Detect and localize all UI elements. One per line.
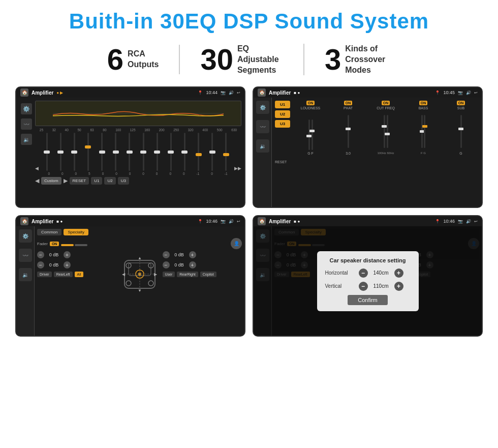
eq-slider-9[interactable] bbox=[151, 133, 163, 171]
eq-slider-2[interactable] bbox=[54, 133, 67, 171]
eq-sidebar-icon2[interactable]: 〰️ bbox=[21, 118, 32, 130]
horizontal-minus-btn[interactable]: − bbox=[359, 268, 368, 278]
eq-slider-6[interactable] bbox=[110, 133, 122, 171]
bass-slider2[interactable] bbox=[424, 115, 425, 148]
sub-values: G bbox=[459, 152, 462, 155]
u3-btn-eq[interactable]: U3 bbox=[118, 177, 129, 185]
stats-row: 6 RCAOutputs 30 EQ AdjustableSegments 3 … bbox=[15, 44, 483, 75]
home-icon-4[interactable]: 🏠 bbox=[258, 217, 266, 225]
dialog-overlay: Car speaker distance setting Horizontal … bbox=[254, 226, 482, 336]
eq-slider-8[interactable] bbox=[137, 133, 149, 171]
eq-slider-4[interactable] bbox=[82, 133, 94, 171]
eq-values: 00050000000-10-1 bbox=[35, 172, 241, 175]
preset-custom-btn[interactable]: Custom bbox=[41, 177, 61, 185]
eq-slider-3[interactable] bbox=[68, 133, 80, 171]
fader-sidebar: ⚙️ 〰️ 🔉 bbox=[16, 226, 35, 336]
copilot-btn[interactable]: Copilot bbox=[200, 272, 216, 277]
fader-sidebar-btn1[interactable]: ⚙️ bbox=[19, 229, 32, 243]
reset-btn-eq[interactable]: RESET bbox=[70, 177, 89, 185]
eq-slider-10[interactable] bbox=[165, 133, 177, 171]
eq-slider-1[interactable] bbox=[41, 133, 53, 171]
all-btn[interactable]: All bbox=[75, 272, 84, 277]
eq-sidebar-icon1[interactable]: ⚙️ bbox=[21, 103, 32, 114]
confirm-button[interactable]: Confirm bbox=[348, 295, 388, 305]
stat-eq: 30 EQ AdjustableSegments bbox=[180, 44, 304, 75]
channel-loudness: ON LOUDNESS G F bbox=[293, 101, 328, 204]
eq-graph bbox=[35, 101, 241, 126]
channel-bass: ON BASS F G bbox=[406, 101, 441, 204]
sub-on-badge[interactable]: ON bbox=[457, 101, 465, 105]
play-back-icon[interactable]: ◀ bbox=[35, 177, 39, 184]
back-icon-2[interactable]: ↩ bbox=[474, 91, 478, 95]
fader-on-btn[interactable]: ON bbox=[50, 242, 59, 246]
user-btn[interactable]: User bbox=[163, 272, 175, 277]
back-icon-1[interactable]: ↩ bbox=[237, 91, 240, 95]
loudness-slider1[interactable] bbox=[308, 120, 310, 150]
driver-btn[interactable]: Driver bbox=[37, 272, 52, 277]
arrow-left-icon[interactable]: ◀ bbox=[35, 166, 39, 171]
plus-btn-2[interactable]: + bbox=[64, 261, 71, 268]
eq-slider-5[interactable] bbox=[96, 133, 108, 171]
plus-btn-3[interactable]: + bbox=[189, 251, 196, 258]
eq-slider-7[interactable] bbox=[123, 133, 136, 171]
sub-slider1[interactable] bbox=[460, 115, 462, 148]
bass-slider1[interactable] bbox=[421, 115, 423, 148]
minus-btn-3[interactable]: − bbox=[163, 251, 170, 258]
cutfreq-on-badge[interactable]: ON bbox=[382, 101, 390, 105]
phat-on-badge[interactable]: ON bbox=[344, 101, 353, 105]
plus-btn-4[interactable]: + bbox=[189, 261, 196, 268]
fader-sidebar-btn3[interactable]: 🔉 bbox=[19, 268, 32, 281]
minus-btn-1[interactable]: − bbox=[37, 251, 44, 258]
reset-btn-amp[interactable]: RESET bbox=[275, 160, 290, 164]
db-value-2: 0 dB bbox=[46, 262, 61, 267]
play-fwd-icon[interactable]: ▶ bbox=[64, 177, 68, 184]
screen-distance: 🏠 Amplifier ■ ● 📍 10:46 📷 🔊 ↩ ⚙️ 〰️ 🔉 bbox=[253, 215, 483, 337]
fader-screen-content: ⚙️ 〰️ 🔉 Common Specialty Fader ON bbox=[16, 226, 244, 336]
back-icon-3[interactable]: ↩ bbox=[237, 219, 240, 224]
home-icon[interactable]: 🏠 bbox=[20, 88, 28, 97]
eq-slider-13[interactable] bbox=[206, 133, 219, 171]
arrow-right-icon[interactable]: ▶▶ bbox=[234, 166, 241, 171]
amp-sidebar-btn1[interactable]: ⚙️ bbox=[256, 101, 269, 114]
tab-specialty[interactable]: Specialty bbox=[64, 229, 88, 235]
cutfreq-slider1[interactable] bbox=[384, 115, 385, 148]
home-icon-2[interactable]: 🏠 bbox=[258, 88, 266, 97]
eq-slider-14[interactable] bbox=[220, 133, 232, 171]
amp-sidebar-btn3[interactable]: 🔉 bbox=[256, 139, 269, 153]
vertical-plus-btn[interactable]: + bbox=[394, 282, 403, 291]
sub-label: SUB bbox=[457, 106, 464, 110]
phat-slider1[interactable] bbox=[348, 115, 349, 148]
rearright-btn[interactable]: RearRight bbox=[177, 272, 198, 277]
channel-sub: ON SUB G bbox=[443, 101, 479, 204]
bass-values: F G bbox=[421, 152, 426, 155]
vertical-minus-btn[interactable]: − bbox=[359, 282, 368, 291]
minus-btn-2[interactable]: − bbox=[37, 261, 44, 268]
amp-sidebar-btn2[interactable]: 〰️ bbox=[256, 120, 269, 133]
horizontal-plus-btn[interactable]: + bbox=[394, 268, 403, 278]
minus-btn-4[interactable]: − bbox=[163, 261, 170, 268]
tab-common[interactable]: Common bbox=[37, 229, 61, 235]
eq-slider-11[interactable] bbox=[178, 133, 191, 171]
preset-u3[interactable]: U3 bbox=[275, 120, 290, 128]
eq-screen-content: ⚙️ 〰️ 🔉 bbox=[16, 98, 244, 207]
cutfreq-slider2[interactable] bbox=[387, 115, 388, 148]
preset-u1[interactable]: U1 bbox=[275, 101, 290, 108]
loudness-slider2[interactable] bbox=[312, 120, 313, 150]
loudness-on-badge[interactable]: ON bbox=[306, 101, 315, 105]
fader-slider-track[interactable] bbox=[61, 244, 74, 246]
fader-content-area: − 0 dB + − 0 dB + Driver bbox=[37, 251, 242, 294]
bass-on-badge[interactable]: ON bbox=[419, 101, 428, 105]
svg-text:◀: ◀ bbox=[122, 272, 126, 277]
fader-left-controls: − 0 dB + − 0 dB + Driver bbox=[37, 251, 117, 294]
rearleft-btn[interactable]: RearLeft bbox=[54, 272, 73, 277]
u2-btn-eq[interactable]: U2 bbox=[104, 177, 115, 185]
fader-sidebar-btn2[interactable]: 〰️ bbox=[19, 249, 32, 262]
plus-btn-1[interactable]: + bbox=[64, 251, 71, 258]
u1-btn-eq[interactable]: U1 bbox=[91, 177, 102, 185]
eq-sidebar-icon3[interactable]: 🔉 bbox=[21, 134, 32, 145]
back-icon-4[interactable]: ↩ bbox=[474, 219, 478, 224]
preset-u2[interactable]: U2 bbox=[275, 110, 290, 118]
home-icon-3[interactable]: 🏠 bbox=[20, 217, 28, 225]
fader-person-icon[interactable]: 👤 bbox=[231, 238, 242, 249]
eq-slider-12[interactable] bbox=[193, 133, 205, 171]
